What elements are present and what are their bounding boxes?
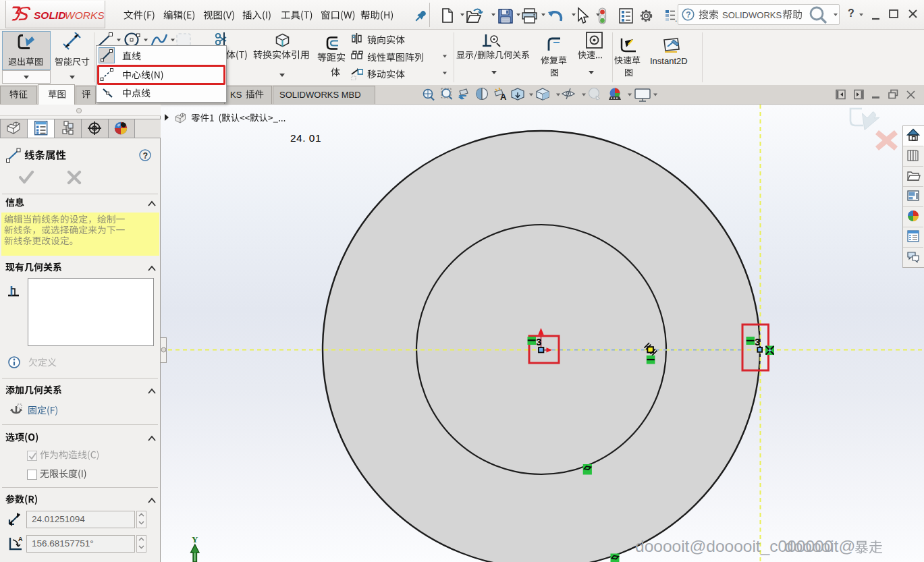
svg-text:WORKS: WORKS: [65, 9, 105, 21]
svg-text:A: A: [500, 92, 507, 102]
svg-text:A: A: [18, 536, 23, 542]
svg-text:?: ?: [143, 151, 148, 161]
svg-text:?: ?: [686, 10, 691, 20]
svg-text:SOLID: SOLID: [34, 9, 65, 21]
